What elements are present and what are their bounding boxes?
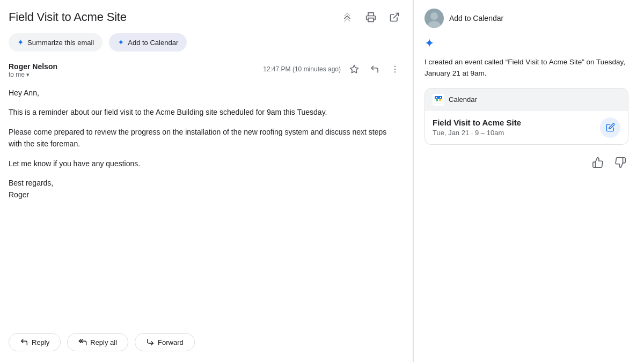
chevron-down-icon: ▾ bbox=[26, 71, 30, 78]
reply-all-button[interactable]: Reply all bbox=[67, 333, 128, 351]
calendar-card-header: Calendar bbox=[425, 88, 628, 111]
calendar-card-label: Calendar bbox=[449, 95, 477, 104]
email-header-icons bbox=[340, 10, 402, 25]
reply-icon-button[interactable] bbox=[368, 62, 382, 76]
email-signature: Roger bbox=[9, 190, 29, 199]
sparkle-icon-2: ✦ bbox=[118, 38, 125, 47]
svg-rect-0 bbox=[368, 18, 374, 22]
reply-label: Reply bbox=[32, 338, 49, 346]
event-details: Field Visit to Acme Site Tue, Jan 21 · 9… bbox=[433, 118, 521, 137]
summarize-label: Summarize this email bbox=[27, 39, 94, 47]
svg-point-4 bbox=[394, 69, 396, 70]
feedback-row bbox=[425, 154, 628, 171]
thumbs-up-icon bbox=[592, 157, 604, 168]
star-button[interactable] bbox=[347, 62, 361, 76]
email-title: Field Visit to Acme Site bbox=[9, 10, 127, 24]
sparkle-icon: ✦ bbox=[17, 38, 24, 47]
svg-rect-15 bbox=[440, 97, 441, 98]
reply-button[interactable]: Reply bbox=[9, 333, 61, 351]
email-meta: Roger Nelson to me ▾ 12:47 PM (10 minute… bbox=[9, 62, 402, 78]
to-label: to me bbox=[9, 71, 25, 78]
calendar-icon-box bbox=[433, 94, 444, 106]
email-header-row: Field Visit to Acme Site bbox=[9, 10, 402, 25]
reply-all-icon bbox=[78, 338, 87, 346]
reply-buttons: Reply Reply all Forward bbox=[9, 333, 402, 351]
pencil-icon bbox=[606, 123, 615, 132]
reply-arrow-icon bbox=[20, 338, 28, 346]
sparkle-gemini-icon: ✦ bbox=[425, 36, 628, 50]
forward-button[interactable]: Forward bbox=[135, 333, 195, 351]
forward-label: Forward bbox=[158, 338, 184, 346]
more-vertical-icon bbox=[390, 64, 400, 74]
sender-to[interactable]: to me ▾ bbox=[9, 71, 57, 78]
sort-icon-button[interactable] bbox=[340, 10, 355, 25]
calendar-label: Add to Calendar bbox=[128, 39, 178, 47]
avatar-image bbox=[425, 9, 444, 28]
svg-rect-12 bbox=[436, 99, 438, 101]
svg-point-5 bbox=[394, 71, 396, 72]
more-options-button[interactable] bbox=[388, 62, 402, 76]
email-paragraph-1: This is a reminder about our field visit… bbox=[9, 106, 402, 118]
email-paragraph-3: Let me know if you have any questions. bbox=[9, 158, 402, 169]
reply-all-label: Reply all bbox=[90, 338, 117, 346]
sender-name: Roger Nelson bbox=[9, 62, 57, 71]
reply-icon bbox=[370, 64, 379, 74]
email-body: Hey Ann, This is a reminder about our fi… bbox=[9, 87, 402, 320]
add-to-calendar-label: Add to Calendar bbox=[449, 14, 503, 23]
calendar-event-row: Field Visit to Acme Site Tue, Jan 21 · 9… bbox=[425, 111, 628, 144]
svg-point-7 bbox=[430, 12, 438, 20]
email-paragraph-2: Please come prepared to review the progr… bbox=[9, 126, 402, 150]
star-icon bbox=[349, 64, 359, 74]
email-closing-line: Best regards, bbox=[9, 179, 53, 187]
user-avatar-row: Add to Calendar bbox=[425, 9, 628, 28]
svg-marker-2 bbox=[350, 65, 358, 73]
email-panel: Field Visit to Acme Site bbox=[0, 0, 413, 362]
thumbs-down-button[interactable] bbox=[612, 154, 628, 171]
thumbs-down-icon bbox=[614, 157, 626, 168]
sender-info: Roger Nelson to me ▾ bbox=[9, 62, 57, 78]
forward-icon bbox=[146, 338, 155, 346]
event-title: Field Visit to Acme Site bbox=[433, 118, 521, 127]
edit-event-button[interactable] bbox=[600, 117, 620, 138]
ai-message-text: I created an event called “Field Visit t… bbox=[425, 57, 628, 79]
svg-rect-14 bbox=[436, 97, 437, 98]
event-time: Tue, Jan 21 · 9 – 10am bbox=[433, 129, 521, 137]
summarize-button[interactable]: ✦ Summarize this email bbox=[9, 33, 103, 51]
email-time-row: 12:47 PM (10 minutes ago) bbox=[263, 62, 402, 76]
email-closing: Best regards, Roger bbox=[9, 177, 402, 201]
external-link-icon bbox=[389, 12, 400, 23]
svg-point-3 bbox=[394, 66, 396, 67]
user-avatar bbox=[425, 9, 444, 28]
print-button[interactable] bbox=[363, 10, 378, 25]
open-external-button[interactable] bbox=[387, 10, 402, 25]
svg-rect-13 bbox=[439, 99, 441, 101]
thumbs-up-button[interactable] bbox=[590, 154, 606, 171]
sort-icon bbox=[342, 12, 353, 23]
google-calendar-icon bbox=[434, 95, 443, 104]
svg-line-1 bbox=[393, 13, 398, 18]
action-buttons: ✦ Summarize this email ✦ Add to Calendar bbox=[9, 33, 402, 51]
email-greeting: Hey Ann, bbox=[9, 87, 402, 99]
add-to-calendar-button[interactable]: ✦ Add to Calendar bbox=[109, 33, 187, 51]
email-timestamp: 12:47 PM (10 minutes ago) bbox=[263, 65, 341, 73]
calendar-card: Calendar Field Visit to Acme Site Tue, J… bbox=[425, 88, 628, 145]
ai-sidebar-panel: Add to Calendar ✦ I created an event cal… bbox=[414, 0, 639, 362]
print-icon bbox=[365, 12, 376, 23]
